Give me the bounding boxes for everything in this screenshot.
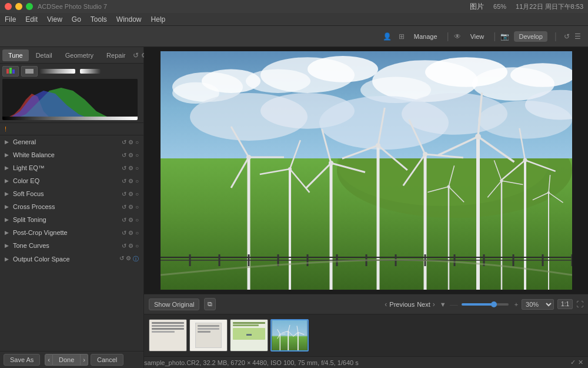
tab-geometry[interactable]: Geometry <box>59 49 99 61</box>
circle-icon[interactable]: ○ <box>135 217 139 223</box>
circle-icon[interactable]: ○ <box>135 230 139 236</box>
filmstrip-thumb-3[interactable]: ▬ <box>230 319 268 352</box>
histogram-lum-btn[interactable] <box>21 66 38 77</box>
zoom-thumb[interactable] <box>491 301 497 307</box>
titlebar-right: 图片 65% 11月22日 周日下午8:53 <box>470 2 583 12</box>
gear-icon[interactable]: ⚙ <box>128 204 133 210</box>
histogram-rgb-btn[interactable] <box>2 66 19 77</box>
gear-icon[interactable]: ⚙ <box>128 178 133 184</box>
menu-edit[interactable]: Edit <box>25 15 38 24</box>
show-original-button[interactable]: Show Original <box>149 299 199 310</box>
panel-footer: Save As ‹ Done › Cancel <box>0 351 143 368</box>
divider2: | <box>493 31 496 42</box>
tool-light-eq[interactable]: ▶ Light EQ™ ↺ ⚙ ○ <box>0 161 143 174</box>
status-check-icon[interactable]: ✓ <box>570 359 576 366</box>
reset-icon[interactable]: ↺ <box>119 255 124 263</box>
tone-slider[interactable] <box>40 69 75 74</box>
done-prev-button[interactable]: ‹ <box>45 354 53 366</box>
reset-icon[interactable]: ↺ <box>122 204 126 210</box>
tool-post-crop-vignette[interactable]: ▶ Post-Crop Vignette ↺ ⚙ ○ <box>0 226 143 239</box>
fullscreen-icon[interactable]: ⛶ <box>576 300 583 309</box>
svg-line-69 <box>502 181 523 184</box>
svg-line-30 <box>231 157 249 188</box>
gear-icon[interactable]: ⚙ <box>126 255 131 263</box>
svg-line-74 <box>549 193 563 203</box>
menu-view[interactable]: View <box>47 15 62 24</box>
svg-line-60 <box>500 160 524 181</box>
status-x-icon[interactable]: ✕ <box>578 359 583 366</box>
gear-icon[interactable]: ⚙ <box>128 165 133 171</box>
traffic-lights[interactable] <box>5 3 33 10</box>
next-button[interactable]: Next <box>417 301 430 308</box>
reset-icon[interactable]: ↺ <box>122 230 126 236</box>
zoom-down-icon[interactable]: ▼ <box>440 301 446 308</box>
gear-icon[interactable]: ⚙ <box>128 139 133 145</box>
zoom-slider[interactable] <box>462 303 509 306</box>
done-button[interactable]: Done <box>53 354 81 366</box>
image-container <box>144 47 588 294</box>
svg-rect-3 <box>25 69 34 74</box>
gear-icon[interactable]: ⚙ <box>128 230 133 236</box>
previous-button[interactable]: Previous <box>389 301 415 308</box>
gear-icon[interactable]: ⚙ <box>128 152 133 158</box>
reset-icon[interactable]: ↺ <box>122 152 126 158</box>
cancel-button[interactable]: Cancel <box>91 354 123 366</box>
app-name-label: ACDSee Photo Studio 7 <box>38 3 107 10</box>
done-next-button[interactable]: › <box>81 354 88 366</box>
compare-icon-button[interactable]: ⧉ <box>204 298 216 310</box>
reset-icon[interactable]: ↺ <box>122 191 126 197</box>
reset-icon[interactable]: ↺ <box>122 217 126 223</box>
slider-row <box>40 69 141 74</box>
menu-window[interactable]: Window <box>116 15 142 24</box>
circle-icon[interactable]: ○ <box>135 243 139 249</box>
tool-split-toning[interactable]: ▶ Split Toning ↺ ⚙ ○ <box>0 213 143 226</box>
menu-file[interactable]: File <box>5 15 16 24</box>
menu-go[interactable]: Go <box>72 15 81 24</box>
svg-line-35 <box>259 169 289 174</box>
refresh-settings-icon[interactable]: ↺ <box>133 51 139 59</box>
tool-general[interactable]: ▶ General ↺ ⚙ ○ <box>0 135 143 148</box>
menu-help[interactable]: Help <box>151 15 166 24</box>
tool-tone-curves[interactable]: ▶ Tone Curves ↺ ⚙ ○ <box>0 239 143 252</box>
reset-icon[interactable]: ↺ <box>122 178 126 184</box>
tool-output-color-space[interactable]: ▶ Output Color Space ↺ ⚙ ⓘ <box>0 252 143 266</box>
circle-icon[interactable]: ○ <box>135 204 139 210</box>
reset-icon[interactable]: ↺ <box>122 243 126 249</box>
maximize-button[interactable] <box>26 3 33 10</box>
reset-icon[interactable]: ↺ <box>122 139 126 145</box>
circle-icon[interactable]: ○ <box>135 152 139 158</box>
gear-icon[interactable]: ⚙ <box>128 191 133 197</box>
tone-slider2[interactable] <box>80 69 101 74</box>
circle-icon[interactable]: ○ <box>135 139 139 145</box>
develop-button[interactable]: Develop <box>514 31 547 42</box>
save-as-button[interactable]: Save As <box>4 354 40 366</box>
zoom-select[interactable]: 30% 25% 50% 100% <box>522 299 554 310</box>
manage-button[interactable]: Manage <box>409 31 442 42</box>
filmstrip-thumb-4[interactable] <box>270 319 309 352</box>
close-button[interactable] <box>5 3 12 10</box>
tab-detail[interactable]: Detail <box>30 49 58 61</box>
menu-tools[interactable]: Tools <box>91 15 107 24</box>
minimize-button[interactable] <box>15 3 22 10</box>
circle-icon[interactable]: ○ <box>135 165 139 171</box>
gear-icon[interactable]: ⚙ <box>128 217 133 223</box>
zoom-plus-icon[interactable]: + <box>514 301 518 308</box>
tool-cross-process[interactable]: ▶ Cross Process ↺ ⚙ ○ <box>0 200 143 213</box>
info-circle-icon[interactable]: ⓘ <box>133 255 139 263</box>
tool-color-eq[interactable]: ▶ Color EQ ↺ ⚙ ○ <box>0 174 143 187</box>
tab-repair[interactable]: Repair <box>101 49 131 61</box>
circle-icon[interactable]: ○ <box>135 178 139 184</box>
tab-tune[interactable]: Tune <box>2 49 29 61</box>
circle-icon[interactable]: ○ <box>135 191 139 197</box>
filmstrip-thumb-2[interactable] <box>189 319 228 352</box>
tool-soft-focus[interactable]: ▶ Soft Focus ↺ ⚙ ○ <box>0 187 143 200</box>
arrow-icon: ▶ <box>5 178 9 184</box>
histogram-canvas <box>2 79 138 120</box>
zoom-ratio-button[interactable]: 1:1 <box>557 299 573 309</box>
filmstrip-thumb-1[interactable] <box>149 319 187 352</box>
reset-icon[interactable]: ↺ <box>122 165 126 171</box>
view-button[interactable]: View <box>466 31 489 42</box>
arrow-icon: ▶ <box>5 152 9 158</box>
tool-white-balance[interactable]: ▶ White Balance ↺ ⚙ ○ <box>0 148 143 161</box>
gear-icon[interactable]: ⚙ <box>128 243 133 249</box>
